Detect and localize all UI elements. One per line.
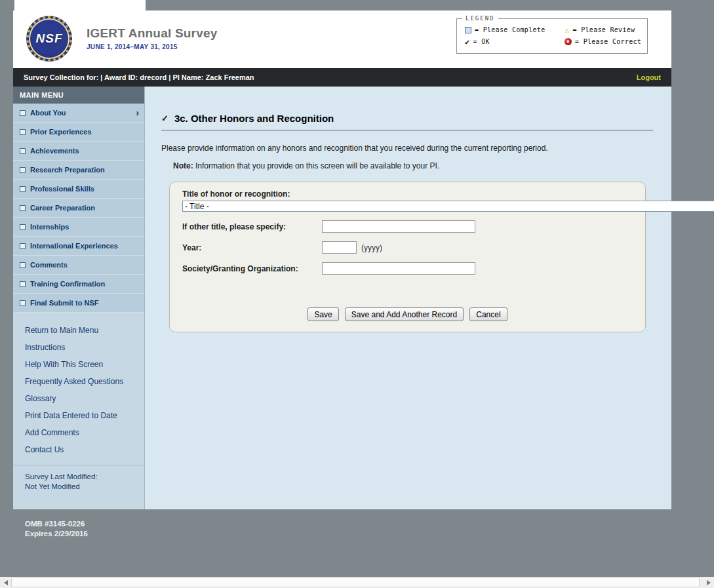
link-frequently-asked-questions[interactable]: Frequently Asked Questions [13, 373, 144, 390]
sidebar-links: Return to Main Menu Instructions Help Wi… [13, 313, 144, 458]
scrollbar-thumb[interactable] [11, 578, 700, 587]
legend-label: = Please Complete [475, 26, 545, 33]
other-title-input[interactable] [322, 220, 475, 233]
note-line: Note: Information that you provide on th… [173, 161, 653, 170]
link-instructions[interactable]: Instructions [13, 339, 144, 356]
legend-title: LEGEND [462, 15, 498, 22]
year-format-hint: (yyyy) [361, 243, 382, 252]
incomplete-checkbox-icon [20, 205, 26, 211]
main-menu-header: MAIN MENU [13, 87, 144, 104]
legend-box: LEGEND = Please Complete ⚠ = Please Revi… [456, 18, 648, 54]
sidebar-item-about-you[interactable]: About You › [13, 104, 144, 123]
omb-expires: Expires 2/29/2016 [25, 529, 88, 539]
link-contact-us[interactable]: Contact Us [13, 441, 144, 458]
sidebar-item-internships[interactable]: Internships [13, 218, 144, 237]
legend-item-review: ⚠ = Please Review [565, 26, 642, 33]
horizontal-scrollbar[interactable] [0, 577, 714, 588]
heading-divider [161, 130, 653, 130]
save-button[interactable]: Save [307, 307, 338, 321]
warning-triangle-icon: ⚠ [565, 27, 570, 33]
year-input[interactable] [322, 241, 357, 254]
legend-label: = Please Review [573, 26, 635, 33]
sidebar-item-label: Research Preparation [30, 166, 105, 174]
legend-item-ok: ✔ = OK [465, 38, 565, 45]
sidebar-item-label: Training Confirmation [30, 280, 105, 288]
incomplete-checkbox-icon [20, 167, 26, 173]
app-title: IGERT Annual Survey [87, 26, 217, 41]
sidebar-item-label: Final Submit to NSF [30, 299, 99, 307]
incomplete-checkbox-icon [20, 129, 26, 135]
sidebar-item-research-preparation[interactable]: Research Preparation [13, 161, 144, 180]
other-title-row: If other title, please specify: [170, 220, 645, 233]
sidebar-item-label: About You [30, 109, 66, 117]
note-label: Note: [173, 161, 193, 170]
chevron-right-icon: › [136, 109, 139, 116]
cancel-button[interactable]: Cancel [469, 307, 507, 321]
error-circle-icon: ✖ [565, 38, 572, 45]
page-title-row: ✓ 3c. Other Honors and Recognition [161, 113, 653, 124]
intro-text: Please provide information on any honors… [161, 144, 653, 153]
form-buttons: Save Save and Add Another Record Cancel [170, 307, 645, 321]
organization-input[interactable] [322, 262, 475, 275]
sidebar-item-professional-skills[interactable]: Professional Skills [13, 180, 144, 199]
sidebar-item-career-preparation[interactable]: Career Preparation [13, 199, 144, 218]
link-add-comments[interactable]: Add Comments [13, 424, 144, 441]
sidebar-item-label: Comments [30, 261, 68, 269]
main-content: ✓ 3c. Other Honors and Recognition Pleas… [145, 87, 671, 509]
sidebar-item-final-submit-to-nsf[interactable]: Final Submit to NSF [13, 294, 144, 313]
legend-item-correct: ✖ = Please Correct [565, 38, 642, 45]
incomplete-checkbox-icon [20, 110, 26, 116]
browser-viewport: NSF IGERT Annual Survey JUNE 1, 2014–MAY… [0, 0, 714, 588]
incomplete-checkbox-icon [20, 281, 26, 287]
link-print-data-entered-to-date[interactable]: Print Data Entered to Date [13, 407, 144, 424]
title-of-honor-label: Title of honor or recognition: [170, 182, 645, 199]
sidebar-item-international-experiences[interactable]: International Experiences [13, 237, 144, 256]
incomplete-checkbox-icon [20, 224, 26, 230]
honor-title-select[interactable]: - Title - [182, 201, 714, 212]
incomplete-checkbox-icon [20, 148, 26, 154]
survey-last-modified: Survey Last Modified: Not Yet Modified [13, 465, 144, 492]
sidebar-item-label: Prior Experiences [30, 128, 92, 136]
check-mark-icon: ✔ [465, 39, 470, 45]
link-glossary[interactable]: Glossary [13, 390, 144, 407]
sidebar-item-label: International Experiences [30, 242, 118, 250]
note-text: Information that you provide on this scr… [195, 161, 439, 170]
year-row: Year: (yyyy) [170, 241, 645, 254]
other-title-label: If other title, please specify: [170, 222, 322, 231]
sidebar-item-prior-experiences[interactable]: Prior Experiences [13, 123, 144, 142]
top-page-strip [14, 0, 146, 10]
legend-label: = Please Correct [575, 38, 641, 45]
link-help-with-this-screen[interactable]: Help With This Screen [13, 356, 144, 373]
sidebar-item-achievements[interactable]: Achievements [13, 142, 144, 161]
scroll-left-arrow-icon[interactable] [0, 577, 11, 588]
scroll-right-arrow-icon[interactable] [703, 577, 714, 588]
survey-collection-info: Survey Collection for: | Award ID: dreco… [24, 73, 254, 81]
year-label: Year: [170, 243, 322, 252]
link-return-to-main-menu[interactable]: Return to Main Menu [13, 322, 144, 339]
please-complete-icon [465, 27, 471, 33]
organization-row: Society/Granting Organization: [170, 262, 645, 275]
page-header: NSF IGERT Annual Survey JUNE 1, 2014–MAY… [13, 10, 671, 68]
nsf-logo: NSF [26, 16, 72, 62]
last-modified-value: Not Yet Modified [25, 482, 139, 492]
logout-link[interactable]: Logout [637, 73, 661, 81]
ok-check-icon: ✓ [161, 113, 169, 123]
organization-label: Society/Granting Organization: [170, 264, 322, 273]
save-and-add-another-button[interactable]: Save and Add Another Record [345, 307, 464, 321]
incomplete-checkbox-icon [20, 300, 26, 306]
omb-number: OMB #3145-0226 [25, 519, 88, 529]
last-modified-label: Survey Last Modified: [25, 472, 139, 482]
sidebar-item-label: Professional Skills [30, 185, 94, 193]
incomplete-checkbox-icon [20, 186, 26, 192]
sidebar-item-comments[interactable]: Comments [13, 256, 144, 275]
honor-form: Title of honor or recognition: - Title -… [169, 182, 646, 332]
page-title: 3c. Other Honors and Recognition [174, 113, 334, 124]
page-card: NSF IGERT Annual Survey JUNE 1, 2014–MAY… [13, 10, 671, 509]
legend-grid: = Please Complete ⚠ = Please Review ✔ = … [465, 26, 642, 45]
incomplete-checkbox-icon [20, 243, 26, 249]
survey-info-bar: Survey Collection for: | Award ID: dreco… [13, 68, 671, 87]
content-row: MAIN MENU About You › Prior Experiences … [13, 87, 671, 509]
survey-date-range: JUNE 1, 2014–MAY 31, 2015 [87, 43, 217, 50]
legend-item-complete: = Please Complete [465, 26, 565, 33]
sidebar-item-training-confirmation[interactable]: Training Confirmation [13, 275, 144, 294]
